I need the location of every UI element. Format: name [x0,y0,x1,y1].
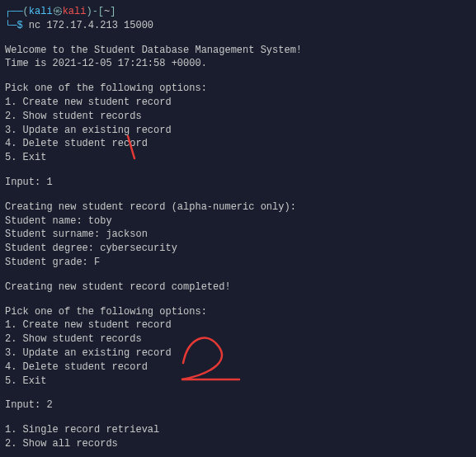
output-line: 4. Delete student record [5,137,471,151]
output-line: 3. Update an existing record [5,124,471,138]
output-line: 4. Delete student record [5,360,471,375]
shell-prompt: ┌──(kali㉿kali)-[~] [5,5,471,19]
output-line: Creating new student record completed! [5,280,471,294]
paren-close: ) [86,6,92,17]
output-line [5,165,471,176]
output-line [5,33,471,44]
output-line: Input: 2 [5,398,471,412]
output-line: Student degree: cybersecurity [5,242,471,256]
output-line: Welcome to the Student Database Manageme… [5,44,471,58]
prompt-user: kali [29,6,53,17]
output-line: 2. Show all records [5,437,471,451]
output-line: 1. Create new student record [5,318,471,332]
output-line: Creating new student record (alpha-numer… [5,200,471,214]
command-text: nc 172.17.4.213 15000 [29,20,153,31]
output-line: Input: 1 [5,176,471,190]
prompt-dollar: $ [16,20,22,31]
bracket-open: -[ [92,6,104,17]
output-line [5,451,471,457]
output-line [5,388,471,398]
output-line: Pick one of the following options: [5,82,471,96]
output-line: 3. Update an existing record [5,346,471,360]
output-line [5,71,471,82]
output-line: Student name: toby [5,214,471,228]
output-line: 5. Exit [5,151,471,165]
output-line [5,412,471,423]
output-line: Student grade: F [5,256,471,270]
shell-command-line[interactable]: └─$ nc 172.17.4.213 15000 [5,19,471,33]
output-line [5,294,471,305]
output-line [5,190,471,200]
output-line: Student surname: jackson [5,228,471,242]
output-line: Pick one of the following options: [5,305,471,319]
output-line: 2. Show student records [5,332,471,346]
prompt-host: kali [63,6,87,17]
output-line [5,270,471,280]
prompt-corner-top: ┌── [5,6,23,17]
output-line: 1. Create new student record [5,96,471,110]
prompt-corner-bottom: └─ [5,20,16,31]
paren-open: ( [23,6,29,17]
prompt-at: ㉿ [53,6,63,17]
output-line: 1. Single record retrieval [5,423,471,437]
output-line: 2. Show student records [5,110,471,124]
terminal-output[interactable]: Welcome to the Student Database Manageme… [5,33,471,457]
bracket-close: ] [110,6,115,17]
output-line: 5. Exit [5,375,471,389]
output-line: Time is 2021-12-05 17:21:58 +0000. [5,57,471,71]
